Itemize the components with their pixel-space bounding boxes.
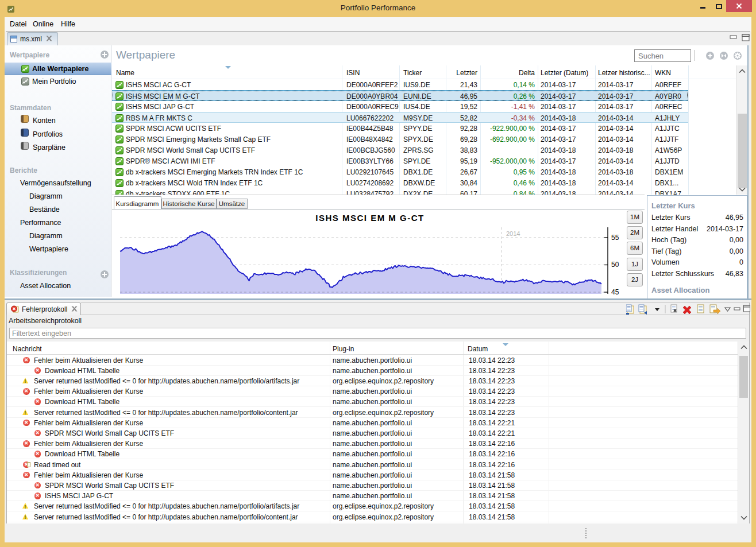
svg-text:2014: 2014 [506,230,520,237]
svg-text:50: 50 [611,261,619,269]
svg-text:45: 45 [611,288,619,296]
svg-text:55: 55 [611,234,619,242]
